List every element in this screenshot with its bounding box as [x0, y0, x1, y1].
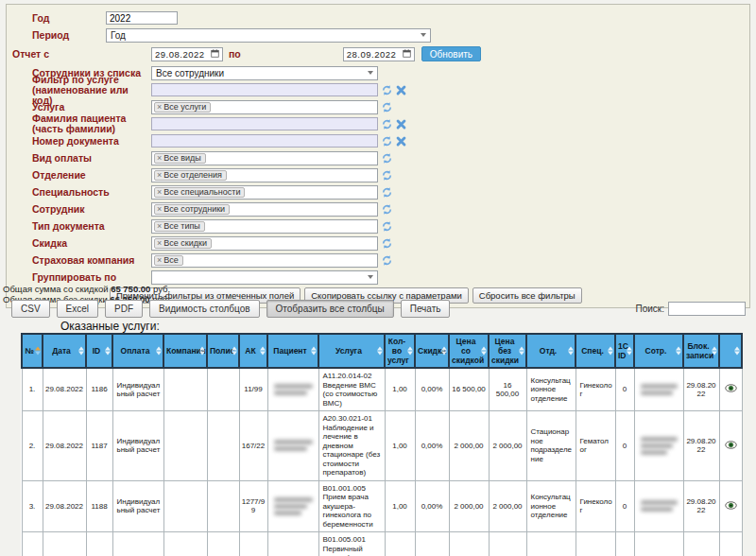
specialty-multiselect[interactable]: ×Все специальности [151, 185, 378, 200]
sort-icon[interactable] [481, 347, 487, 356]
column-header[interactable]: Услуга [318, 334, 385, 368]
видимость-столбцов-button[interactable]: Видимость столбцов [149, 300, 260, 318]
services-table-title: Оказанные услуги: [60, 320, 160, 333]
calendar-icon[interactable] [211, 49, 219, 60]
печать-button[interactable]: Печать [401, 300, 451, 318]
clear-icon[interactable] [396, 119, 406, 130]
column-header[interactable]: 1С ID [615, 334, 634, 368]
employees-from-list-select[interactable]: Все сотрудники [151, 66, 378, 80]
column-header[interactable]: Сотр. [634, 334, 683, 368]
year-input[interactable] [106, 11, 178, 25]
period-select[interactable]: Год [106, 28, 431, 43]
column-header[interactable]: Кол-во услуг [385, 334, 415, 368]
report-to-date[interactable]: 28.09.2022 [343, 47, 415, 61]
sort-icon[interactable] [407, 347, 413, 356]
excel-button[interactable]: Excel [57, 300, 98, 318]
remove-token-icon[interactable]: × [157, 102, 162, 112]
column-header[interactable]: Блок. записи [683, 334, 719, 368]
refresh-icon[interactable] [382, 85, 392, 96]
отобразить-все-столбцы-button[interactable]: Отобразить все столбцы [266, 300, 394, 318]
remove-token-icon[interactable]: × [157, 153, 162, 163]
column-header[interactable]: Оплата [112, 334, 163, 368]
group-by-select[interactable] [151, 270, 378, 285]
patient-surname-input[interactable] [151, 117, 378, 130]
sort-icon[interactable] [441, 347, 447, 356]
sort-icon[interactable] [311, 347, 317, 356]
service-filter-input[interactable] [151, 83, 378, 96]
eye-icon[interactable] [725, 384, 737, 392]
sort-icon[interactable] [260, 347, 266, 356]
report-from-date[interactable]: 29.08.2022 [151, 47, 223, 61]
service-multiselect[interactable]: ×Все услуги [151, 100, 378, 114]
document-number-input[interactable] [151, 134, 378, 148]
column-header[interactable]: АК [239, 334, 267, 368]
sort-icon[interactable] [734, 347, 740, 356]
refresh-icon[interactable] [382, 153, 392, 164]
insurance-company-multiselect[interactable]: ×Все [151, 253, 378, 268]
refresh-icon[interactable] [382, 187, 392, 198]
chevron-down-icon [421, 33, 426, 37]
pdf-button[interactable]: PDF [105, 300, 143, 318]
column-header[interactable]: Дата [43, 334, 86, 368]
employee-multiselect[interactable]: ×Все сотрудники [151, 202, 378, 217]
filter-row: Номер документа [7, 134, 749, 148]
remove-token-icon[interactable]: × [157, 187, 162, 197]
refresh-icon[interactable] [382, 136, 392, 147]
refresh-icon[interactable] [382, 238, 392, 249]
refresh-icon[interactable] [382, 170, 392, 181]
remove-token-icon[interactable]: × [157, 170, 162, 180]
payment-type-multiselect[interactable]: ×Все виды [151, 151, 378, 165]
column-header[interactable] [719, 334, 742, 368]
sort-icon[interactable] [35, 347, 41, 356]
calendar-icon[interactable] [403, 49, 411, 60]
sort-icon[interactable] [156, 347, 162, 356]
column-header[interactable]: Цена со скидкой [449, 334, 489, 368]
table-search: Поиск: [636, 302, 747, 316]
column-header[interactable]: Компания [163, 334, 207, 368]
sort-icon[interactable] [78, 347, 84, 356]
sort-icon[interactable] [568, 347, 574, 356]
clear-icon[interactable] [396, 136, 406, 147]
eye-icon[interactable] [725, 441, 737, 449]
clear-icon[interactable] [396, 85, 406, 96]
remove-token-icon[interactable]: × [157, 204, 162, 214]
remove-token-icon[interactable]: × [157, 221, 162, 231]
search-input[interactable] [668, 302, 746, 316]
column-header[interactable]: Полис [207, 334, 239, 368]
policy-cell [207, 368, 239, 411]
column-header[interactable]: Отд. [526, 334, 576, 368]
refresh-icon[interactable] [382, 255, 392, 266]
sort-icon[interactable] [105, 347, 111, 356]
search-label: Поиск: [636, 304, 665, 314]
department-multiselect[interactable]: ×Все отделения [151, 168, 378, 182]
refresh-icon[interactable] [382, 119, 392, 130]
column-header[interactable]: № [22, 334, 43, 368]
sort-icon[interactable] [712, 347, 717, 356]
sort-icon[interactable] [608, 347, 613, 356]
sort-icon[interactable] [199, 347, 205, 356]
remove-token-icon[interactable]: × [157, 255, 162, 265]
company-cell [163, 480, 207, 532]
document-type-multiselect[interactable]: ×Все типы [151, 219, 378, 234]
column-header[interactable]: ID [86, 334, 112, 368]
discount-multiselect[interactable]: ×Все скидки [151, 236, 378, 251]
remove-token-icon[interactable]: × [157, 238, 162, 248]
column-header[interactable]: Скидка [415, 334, 449, 368]
column-header[interactable]: Цена без скидки [489, 334, 526, 368]
column-header[interactable]: Спец. [576, 334, 615, 368]
price_full-cell: 1 800,00 [489, 532, 526, 556]
filter-label: Страховая компания [32, 255, 151, 266]
sort-icon[interactable] [519, 347, 524, 356]
sort-icon[interactable] [232, 347, 237, 356]
filter-row: Специальность×Все специальности [7, 185, 749, 199]
sort-icon[interactable] [676, 347, 681, 356]
column-header[interactable]: Пациент [267, 334, 318, 368]
sort-icon[interactable] [377, 347, 383, 356]
refresh-icon[interactable] [382, 102, 392, 113]
refresh-icon[interactable] [382, 221, 392, 232]
update-button[interactable]: Обновить [421, 46, 481, 61]
csv-button[interactable]: CSV [11, 300, 50, 318]
eye-icon[interactable] [725, 501, 737, 510]
sort-icon[interactable] [627, 347, 632, 356]
refresh-icon[interactable] [382, 204, 392, 215]
